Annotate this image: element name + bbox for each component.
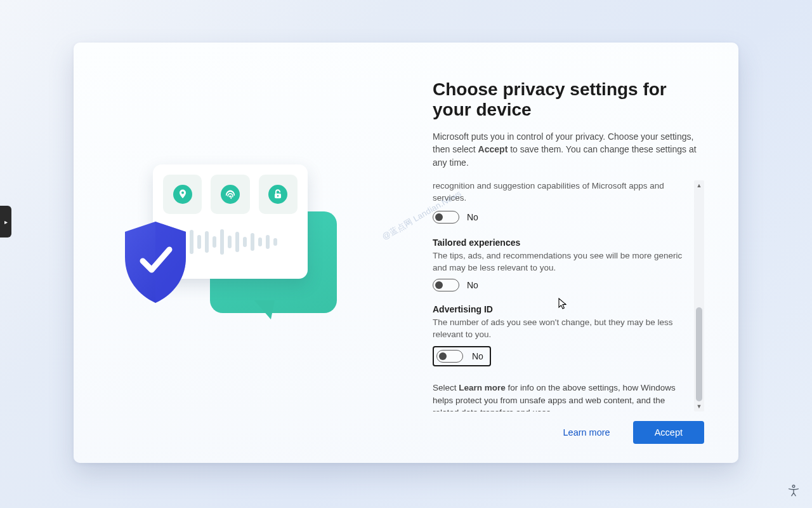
advertising-id-title: Advertising ID [433,304,689,314]
chat-bubble-tail [254,300,275,319]
scrollbar-track[interactable]: ▲ ▼ [694,180,704,411]
advertising-id-focus: No [433,346,491,366]
accept-button[interactable]: Accept [633,421,704,444]
svg-point-6 [792,485,795,488]
dialog-footer: Learn more Accept [433,421,704,444]
scroll-down-button[interactable]: ▼ [694,401,704,411]
location-pin-icon [163,175,202,214]
learn-more-info: Select Learn more for info on the above … [433,382,689,411]
tailored-experiences-toggle[interactable] [433,279,459,291]
advertising-id-toggle[interactable] [436,350,463,363]
unlock-icon [259,175,298,214]
fingerprint-icon [211,175,249,214]
inking-typing-toggle-label: No [467,212,478,222]
settings-scroll-region: recognition and suggestion capabilities … [433,180,704,410]
advertising-id-toggle-label: No [472,351,483,361]
inking-typing-toggle[interactable] [433,211,459,224]
privacy-illustration [121,161,350,345]
svg-point-1 [181,192,184,194]
scrollbar-thumb[interactable] [696,307,702,401]
advertising-id-desc: The number of ads you see won't change, … [433,317,689,341]
page-subtitle: Microsoft puts you in control of your pr… [433,130,704,169]
oobe-card: Choose privacy settings for your device … [74,43,738,463]
inking-typing-desc-partial: recognition and suggestion capabilities … [433,180,689,204]
learn-more-button[interactable]: Learn more [560,422,614,443]
tailored-experiences-toggle-label: No [467,280,478,290]
edge-flyout-tab[interactable]: ▸ [0,206,11,237]
page-title: Choose privacy settings for your device [433,79,704,120]
svg-point-5 [277,195,279,197]
svg-point-2 [221,185,240,204]
illustration-pane [74,43,403,463]
accessibility-icon[interactable] [787,484,801,498]
tailored-experiences-desc: The tips, ads, and recommendations you s… [433,250,689,274]
scroll-up-button[interactable]: ▲ [694,180,704,190]
shield-check-icon [117,218,193,307]
tailored-experiences-title: Tailored experiences [433,237,689,248]
content-pane: Choose privacy settings for your device … [403,43,738,463]
settings-list: recognition and suggestion capabilities … [433,180,689,411]
chevron-right-icon: ▸ [4,218,8,225]
